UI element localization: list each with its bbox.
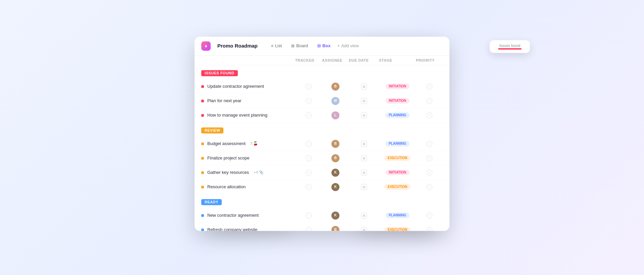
avatar: K: [331, 183, 339, 191]
table-row[interactable]: Resource allocation ○ K ▦ EXECUTION □: [195, 180, 449, 194]
chat-icon: □: [426, 83, 432, 89]
project-name: Promo Roadmap: [217, 43, 258, 49]
clock-icon: ○: [306, 212, 312, 218]
issues-found-label: Issues found: [495, 44, 525, 48]
clock-icon: ○: [306, 141, 312, 147]
table-row[interactable]: Finalize project scope ○ B ▦ EXECUTION □: [195, 151, 449, 165]
table-row[interactable]: Gather key resources +4 📎 ○ K ▦ INITIATI…: [195, 165, 449, 180]
table-row[interactable]: Update contractor agreement ○ B ▦ INITIA…: [195, 79, 449, 94]
calendar-icon: ▦: [361, 98, 367, 104]
chat-icon: □: [426, 169, 432, 176]
issues-found-bar: [498, 48, 522, 50]
add-view-button[interactable]: + Add view: [337, 42, 359, 50]
section-ready: READY: [195, 196, 449, 208]
tab-board[interactable]: ⊞ Board: [287, 42, 312, 50]
task-name-cell: Resource allocation: [201, 184, 295, 189]
table-row[interactable]: Refresh company website ○ B ▦ EXECUTION …: [195, 223, 449, 231]
stage-badge: PLANNING: [385, 112, 410, 118]
chat-icon: □: [426, 227, 432, 231]
main-header: ♦ Promo Roadmap ≡ List ⊞ Board ⊟ Box + A…: [195, 37, 449, 56]
main-nav-tabs: ≡ List ⊞ Board ⊟ Box + Add view: [267, 42, 359, 50]
task-name-cell: Finalize project scope: [201, 155, 295, 160]
stage-badge: EXECUTION: [384, 155, 411, 161]
issues-found-badge: Issues found: [490, 40, 530, 53]
avatar: L: [331, 111, 339, 119]
task-name-cell: Gather key resources +4 📎: [201, 170, 295, 175]
section-review: REVIEW: [195, 124, 449, 137]
chat-icon: □: [426, 141, 432, 147]
task-dot-red: [201, 85, 204, 88]
task-dot-yellow: [201, 171, 204, 174]
task-extra: 3 🍒: [250, 141, 258, 146]
box-icon: ⊟: [317, 44, 321, 48]
stage-badge: EXECUTION: [384, 227, 411, 230]
task-name-cell: Update contractor agreement: [201, 84, 295, 89]
task-dot-yellow: [201, 142, 204, 145]
main-panel: ♦ Promo Roadmap ≡ List ⊞ Board ⊟ Box + A…: [195, 37, 449, 231]
task-name-cell: Refresh company website: [201, 227, 295, 230]
task-dot-yellow: [201, 186, 204, 188]
board-icon: ⊞: [291, 44, 294, 48]
chat-icon: □: [426, 155, 432, 161]
task-extra: +4 📎: [254, 170, 264, 175]
clock-icon: ○: [306, 98, 312, 104]
task-dot-blue: [201, 214, 204, 217]
avatar: K: [331, 211, 339, 219]
task-dot-blue: [201, 228, 204, 231]
avatar: B: [331, 140, 339, 148]
calendar-icon: ▦: [361, 83, 367, 89]
section-badge-ready: READY: [201, 199, 222, 205]
avatar: M: [331, 97, 339, 105]
task-dot-red: [201, 99, 204, 102]
stage-badge: INITIATION: [385, 98, 410, 104]
stage-badge: INITIATION: [385, 83, 410, 89]
task-dot-red: [201, 114, 204, 117]
task-name-cell: Plan for next year: [201, 98, 295, 103]
plus-icon: +: [337, 43, 340, 48]
clock-icon: ○: [306, 169, 312, 176]
calendar-icon: ▦: [361, 227, 367, 231]
section-issues-found: ISSUES FOUND: [195, 67, 449, 79]
avatar: B: [331, 154, 339, 162]
task-name-cell: How to manage event planning: [201, 113, 295, 118]
list-icon: ≡: [271, 44, 273, 48]
calendar-icon: ▦: [361, 184, 367, 190]
clock-icon: ○: [306, 155, 312, 161]
task-dot-yellow: [201, 157, 204, 159]
section-badge-review: REVIEW: [201, 127, 223, 133]
stage-badge: PLANNING: [385, 212, 410, 218]
table-row[interactable]: How to manage event planning ○ L ▦ PLANN…: [195, 108, 449, 123]
table-header: TRACKED ASSIGNEE DUE DATE STAGE PRIORITY: [195, 56, 449, 65]
task-name-cell: Budget assessment 3 🍒: [201, 141, 295, 146]
chat-icon: □: [426, 184, 432, 190]
calendar-icon: ▦: [361, 141, 367, 147]
stage-badge: EXECUTION: [384, 184, 411, 190]
clock-icon: ○: [306, 83, 312, 89]
calendar-icon: ▦: [361, 155, 367, 161]
table-row[interactable]: New contractor agreement ○ K ▦ PLANNING …: [195, 208, 449, 223]
table-row[interactable]: Plan for next year ○ M ▦ INITIATION □: [195, 94, 449, 108]
section-badge-issues: ISSUES FOUND: [201, 70, 238, 76]
chat-icon: □: [426, 112, 432, 118]
clock-icon: ○: [306, 112, 312, 118]
calendar-icon: ▦: [361, 212, 367, 218]
clock-icon: ○: [306, 227, 312, 231]
stage-badge: PLANNING: [385, 141, 410, 146]
calendar-icon: ▦: [361, 169, 367, 176]
chat-icon: □: [426, 98, 432, 104]
tab-box[interactable]: ⊟ Box: [313, 42, 335, 50]
tab-list[interactable]: ≡ List: [267, 42, 286, 50]
avatar: B: [331, 226, 339, 231]
main-app-icon: ♦: [201, 41, 211, 51]
clock-icon: ○: [306, 184, 312, 190]
table-row[interactable]: Budget assessment 3 🍒 ○ B ▦ PLANNING □: [195, 137, 449, 151]
chat-icon: □: [426, 212, 432, 218]
avatar: B: [331, 82, 339, 90]
stage-badge: INITIATION: [385, 169, 410, 175]
calendar-icon: ▦: [361, 112, 367, 118]
task-name-cell: New contractor agreement: [201, 213, 295, 218]
table-body: ISSUES FOUND Update contractor agreement…: [195, 65, 449, 231]
avatar: K: [331, 168, 339, 177]
